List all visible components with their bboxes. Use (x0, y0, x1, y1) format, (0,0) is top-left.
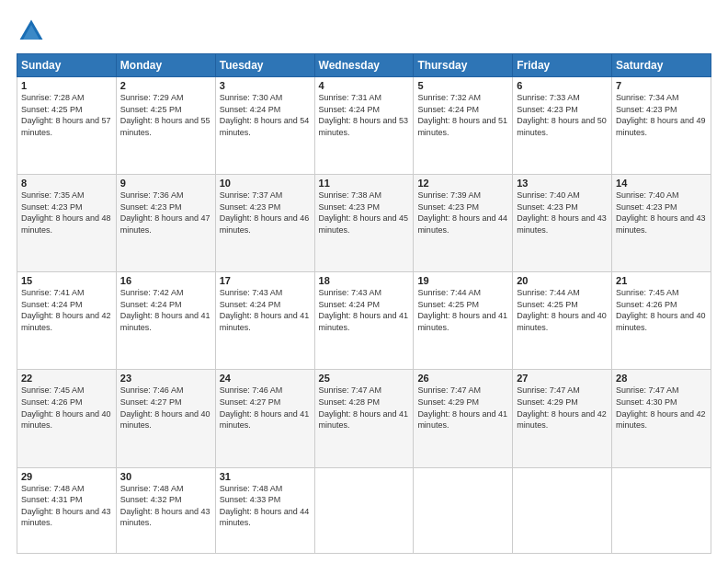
day-info: Sunrise: 7:31 AMSunset: 4:24 PMDaylight:… (319, 93, 409, 137)
calendar-cell: 10 Sunrise: 7:37 AMSunset: 4:23 PMDaylig… (215, 175, 314, 272)
day-number: 5 (417, 80, 508, 91)
calendar-cell: 16 Sunrise: 7:42 AMSunset: 4:24 PMDaylig… (116, 272, 215, 370)
calendar-week-2: 8 Sunrise: 7:35 AMSunset: 4:23 PMDayligh… (17, 175, 711, 272)
day-info: Sunrise: 7:47 AMSunset: 4:29 PMDaylight:… (417, 385, 507, 430)
day-info: Sunrise: 7:28 AMSunset: 4:25 PMDaylight:… (21, 93, 111, 137)
calendar-cell: 12 Sunrise: 7:39 AMSunset: 4:23 PMDaylig… (414, 175, 513, 272)
calendar-cell: 23 Sunrise: 7:46 AMSunset: 4:27 PMDaylig… (116, 370, 215, 467)
calendar-week-4: 22 Sunrise: 7:45 AMSunset: 4:26 PMDaylig… (17, 370, 711, 467)
logo (17, 17, 51, 46)
day-number: 17 (220, 275, 311, 286)
day-number: 24 (220, 373, 311, 384)
calendar-cell: 1 Sunrise: 7:28 AMSunset: 4:25 PMDayligh… (17, 77, 117, 175)
day-number: 27 (517, 373, 608, 384)
day-info: Sunrise: 7:35 AMSunset: 4:23 PMDaylight:… (21, 190, 111, 235)
calendar-cell: 22 Sunrise: 7:45 AMSunset: 4:26 PMDaylig… (17, 370, 117, 467)
calendar-cell: 24 Sunrise: 7:46 AMSunset: 4:27 PMDaylig… (215, 370, 314, 467)
calendar-cell: 13 Sunrise: 7:40 AMSunset: 4:23 PMDaylig… (513, 175, 612, 272)
day-info: Sunrise: 7:33 AMSunset: 4:23 PMDaylight:… (517, 93, 607, 137)
day-info: Sunrise: 7:47 AMSunset: 4:29 PMDaylight:… (517, 385, 607, 430)
calendar-cell: 17 Sunrise: 7:43 AMSunset: 4:24 PMDaylig… (215, 272, 314, 370)
day-info: Sunrise: 7:38 AMSunset: 4:23 PMDaylight:… (319, 190, 409, 235)
day-number: 23 (120, 373, 211, 384)
calendar-cell: 4 Sunrise: 7:31 AMSunset: 4:24 PMDayligh… (314, 77, 414, 175)
day-info: Sunrise: 7:42 AMSunset: 4:24 PMDaylight:… (120, 288, 210, 332)
day-info: Sunrise: 7:47 AMSunset: 4:28 PMDaylight:… (319, 385, 409, 430)
day-info: Sunrise: 7:43 AMSunset: 4:24 PMDaylight:… (220, 288, 310, 332)
calendar-cell: 2 Sunrise: 7:29 AMSunset: 4:25 PMDayligh… (116, 77, 215, 175)
day-info: Sunrise: 7:47 AMSunset: 4:30 PMDaylight:… (616, 385, 706, 430)
day-info: Sunrise: 7:46 AMSunset: 4:27 PMDaylight:… (220, 385, 310, 430)
calendar-cell: 11 Sunrise: 7:38 AMSunset: 4:23 PMDaylig… (314, 175, 414, 272)
calendar-cell: 29 Sunrise: 7:48 AMSunset: 4:31 PMDaylig… (17, 467, 117, 553)
calendar-header-thursday: Thursday (414, 54, 513, 77)
calendar-cell: 8 Sunrise: 7:35 AMSunset: 4:23 PMDayligh… (17, 175, 117, 272)
calendar-cell: 19 Sunrise: 7:44 AMSunset: 4:25 PMDaylig… (414, 272, 513, 370)
calendar-week-1: 1 Sunrise: 7:28 AMSunset: 4:25 PMDayligh… (17, 77, 711, 175)
day-info: Sunrise: 7:37 AMSunset: 4:23 PMDaylight:… (220, 190, 310, 235)
calendar-cell: 6 Sunrise: 7:33 AMSunset: 4:23 PMDayligh… (513, 77, 612, 175)
page: SundayMondayTuesdayWednesdayThursdayFrid… (0, 0, 728, 563)
calendar-cell: 5 Sunrise: 7:32 AMSunset: 4:24 PMDayligh… (414, 77, 513, 175)
day-number: 1 (21, 80, 112, 91)
day-number: 22 (21, 373, 112, 384)
day-info: Sunrise: 7:41 AMSunset: 4:24 PMDaylight:… (21, 288, 111, 332)
day-number: 16 (120, 275, 211, 286)
calendar-header-monday: Monday (116, 54, 215, 77)
day-info: Sunrise: 7:43 AMSunset: 4:24 PMDaylight:… (319, 288, 409, 332)
day-number: 20 (517, 275, 608, 286)
day-number: 31 (220, 471, 311, 482)
day-info: Sunrise: 7:40 AMSunset: 4:23 PMDaylight:… (517, 190, 607, 235)
calendar-cell: 25 Sunrise: 7:47 AMSunset: 4:28 PMDaylig… (314, 370, 414, 467)
calendar-cell: 9 Sunrise: 7:36 AMSunset: 4:23 PMDayligh… (116, 175, 215, 272)
day-info: Sunrise: 7:30 AMSunset: 4:24 PMDaylight:… (220, 93, 310, 137)
day-number: 25 (319, 373, 410, 384)
day-number: 10 (220, 178, 311, 189)
day-info: Sunrise: 7:32 AMSunset: 4:24 PMDaylight:… (417, 93, 507, 137)
calendar-cell (612, 467, 711, 553)
day-number: 7 (616, 80, 707, 91)
calendar-cell: 20 Sunrise: 7:44 AMSunset: 4:25 PMDaylig… (513, 272, 612, 370)
day-info: Sunrise: 7:45 AMSunset: 4:26 PMDaylight:… (616, 288, 706, 332)
day-number: 19 (417, 275, 508, 286)
day-info: Sunrise: 7:34 AMSunset: 4:23 PMDaylight:… (616, 93, 706, 137)
calendar-header-sunday: Sunday (17, 54, 117, 77)
calendar-cell (414, 467, 513, 553)
day-info: Sunrise: 7:44 AMSunset: 4:25 PMDaylight:… (417, 288, 507, 332)
day-number: 13 (517, 178, 608, 189)
calendar-cell: 14 Sunrise: 7:40 AMSunset: 4:23 PMDaylig… (612, 175, 711, 272)
day-info: Sunrise: 7:44 AMSunset: 4:25 PMDaylight:… (517, 288, 607, 332)
day-number: 3 (220, 80, 311, 91)
day-number: 21 (616, 275, 707, 286)
day-info: Sunrise: 7:40 AMSunset: 4:23 PMDaylight:… (616, 190, 706, 235)
day-number: 15 (21, 275, 112, 286)
day-number: 6 (517, 80, 608, 91)
day-number: 12 (417, 178, 508, 189)
calendar-week-3: 15 Sunrise: 7:41 AMSunset: 4:24 PMDaylig… (17, 272, 711, 370)
day-number: 11 (319, 178, 410, 189)
day-number: 28 (616, 373, 707, 384)
calendar-cell: 26 Sunrise: 7:47 AMSunset: 4:29 PMDaylig… (414, 370, 513, 467)
day-number: 18 (319, 275, 410, 286)
calendar-header-wednesday: Wednesday (314, 54, 414, 77)
day-info: Sunrise: 7:36 AMSunset: 4:23 PMDaylight:… (120, 190, 210, 235)
day-info: Sunrise: 7:46 AMSunset: 4:27 PMDaylight:… (120, 385, 210, 430)
day-number: 4 (319, 80, 410, 91)
calendar-cell: 30 Sunrise: 7:48 AMSunset: 4:32 PMDaylig… (116, 467, 215, 553)
day-info: Sunrise: 7:48 AMSunset: 4:31 PMDaylight:… (21, 484, 111, 528)
calendar-header-tuesday: Tuesday (215, 54, 314, 77)
calendar-cell: 7 Sunrise: 7:34 AMSunset: 4:23 PMDayligh… (612, 77, 711, 175)
calendar-header-saturday: Saturday (612, 54, 711, 77)
calendar-week-5: 29 Sunrise: 7:48 AMSunset: 4:31 PMDaylig… (17, 467, 711, 553)
calendar-cell (513, 467, 612, 553)
day-info: Sunrise: 7:48 AMSunset: 4:33 PMDaylight:… (220, 484, 310, 528)
day-number: 29 (21, 471, 112, 482)
logo-icon (17, 17, 46, 46)
calendar-header-friday: Friday (513, 54, 612, 77)
calendar-cell: 18 Sunrise: 7:43 AMSunset: 4:24 PMDaylig… (314, 272, 414, 370)
day-info: Sunrise: 7:39 AMSunset: 4:23 PMDaylight:… (417, 190, 507, 235)
day-info: Sunrise: 7:45 AMSunset: 4:26 PMDaylight:… (21, 385, 111, 430)
header (17, 17, 711, 46)
day-number: 26 (417, 373, 508, 384)
calendar-header-row: SundayMondayTuesdayWednesdayThursdayFrid… (17, 54, 711, 77)
